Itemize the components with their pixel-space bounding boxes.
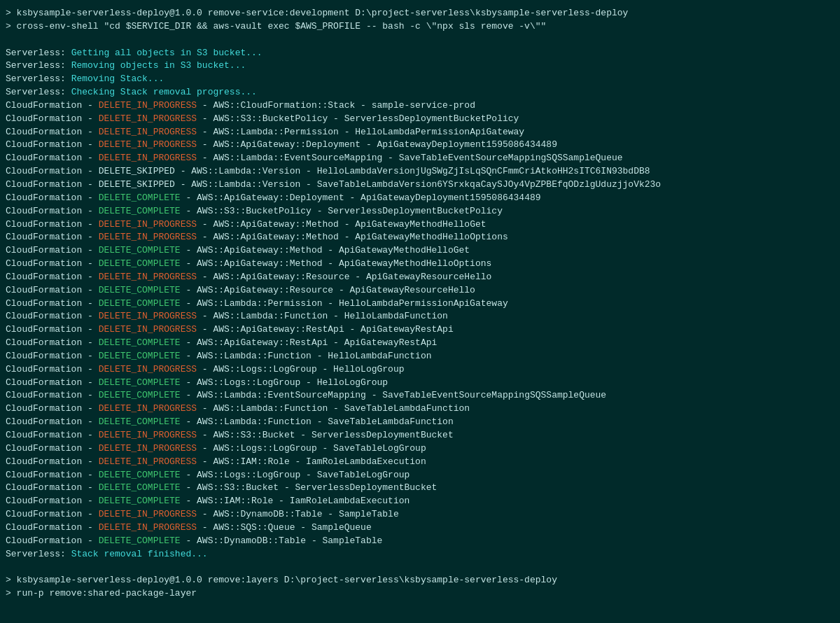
cf-rest: - AWS::Lambda::EventSourceMapping - Save…	[197, 153, 623, 163]
cf-rest: - AWS::Logs::LogGroup - SaveTableLogGrou…	[197, 443, 426, 454]
cf-label: CloudFormation -	[6, 403, 99, 414]
cf-rest: - AWS::SQS::Queue - SampleQueue	[197, 522, 372, 533]
cf-status: DELETE_IN_PROGRESS	[99, 430, 197, 440]
cf-label: CloudFormation -	[6, 337, 99, 348]
cf-status: DELETE_COMPLETE	[99, 258, 181, 269]
cf-rest: - AWS::ApiGateway::Resource - ApiGateway…	[181, 285, 475, 295]
terminal-line: Serverless: Removing Stack...	[6, 73, 834, 86]
cf-label: CloudFormation -	[6, 245, 99, 255]
cf-status: DELETE_IN_PROGRESS	[99, 153, 197, 163]
terminal-line: CloudFormation - DELETE_COMPLETE - AWS::…	[6, 244, 834, 258]
cf-rest: - AWS::Lambda::Version - HelloLambdaVers…	[175, 166, 650, 176]
cf-status: DELETE_IN_PROGRESS	[99, 100, 197, 111]
terminal-line: CloudFormation - DELETE_COMPLETE - AWS::…	[6, 416, 834, 429]
cf-label: CloudFormation -	[6, 536, 99, 546]
terminal-line: CloudFormation - DELETE_COMPLETE - AWS::…	[6, 350, 834, 363]
cf-status: DELETE_COMPLETE	[99, 496, 181, 506]
cf-rest: - AWS::Logs::LogGroup - HelloLogGroup	[197, 364, 404, 374]
cf-status: DELETE_IN_PROGRESS	[99, 219, 197, 230]
cf-status: DELETE_IN_PROGRESS	[99, 127, 197, 137]
terminal-line: CloudFormation - DELETE_IN_PROGRESS - AW…	[6, 113, 834, 126]
terminal-line: CloudFormation - DELETE_IN_PROGRESS - AW…	[6, 429, 834, 442]
cf-status: DELETE_IN_PROGRESS	[99, 311, 197, 321]
terminal-line: CloudFormation - DELETE_COMPLETE - AWS::…	[6, 389, 834, 402]
serverless-message: Getting all objects in S3 bucket...	[71, 48, 262, 58]
cf-status: DELETE_IN_PROGRESS	[99, 522, 197, 533]
serverless-message: Checking Stack removal progress...	[71, 87, 257, 97]
terminal-line: > run-p remove:shared-package-layer	[6, 587, 834, 601]
serverless-message: Removing objects in S3 bucket...	[71, 60, 246, 71]
serverless-message: Removing Stack...	[71, 74, 164, 84]
cf-rest: - AWS::DynamoDB::Table - SampleTable	[181, 536, 383, 546]
cf-label: CloudFormation -	[6, 522, 99, 533]
cf-label: CloudFormation -	[6, 470, 99, 480]
cf-label: CloudFormation -	[6, 232, 99, 242]
terminal-line: CloudFormation - DELETE_IN_PROGRESS - AW…	[6, 126, 834, 139]
terminal-line: CloudFormation - DELETE_COMPLETE - AWS::…	[6, 258, 834, 271]
terminal-output: > ksbysample-serverless-deploy@1.0.0 rem…	[6, 7, 834, 623]
cf-rest: - AWS::ApiGateway::Resource - ApiGateway…	[197, 272, 491, 282]
terminal-line: CloudFormation - DELETE_IN_PROGRESS - AW…	[6, 456, 834, 469]
terminal-line: CloudFormation - DELETE_COMPLETE - AWS::…	[6, 205, 834, 218]
cf-rest: - AWS::Lambda::EventSourceMapping - Save…	[181, 390, 607, 400]
cf-label: CloudFormation -	[6, 285, 99, 295]
cf-rest: - AWS::CloudFormation::Stack - sample-se…	[197, 100, 475, 111]
terminal-line: CloudFormation - DELETE_SKIPPED - AWS::L…	[6, 178, 834, 192]
cf-status: DELETE_COMPLETE	[99, 482, 181, 493]
cf-rest: - AWS::Lambda::Function - HelloLambdaFun…	[197, 311, 448, 321]
serverless-label: Serverless:	[6, 549, 71, 559]
cf-rest: - AWS::IAM::Role - IamRoleLambdaExecutio…	[197, 456, 426, 467]
cf-rest: - AWS::ApiGateway::RestApi - ApiGatewayR…	[197, 324, 454, 335]
terminal-line: Serverless: Getting all objects in S3 bu…	[6, 47, 834, 60]
cf-status: DELETE_COMPLETE	[99, 192, 181, 203]
prompt-text: > cross-env-shell "cd $SERVICE_DIR && aw…	[6, 21, 546, 31]
terminal-line: Serverless: Removing objects in S3 bucke…	[6, 59, 834, 73]
cf-label: CloudFormation -	[6, 179, 99, 190]
cf-label: CloudFormation -	[6, 166, 99, 176]
terminal-line: Serverless: Stack removal finished...	[6, 548, 834, 561]
cf-status: DELETE_COMPLETE	[99, 377, 181, 388]
terminal-line: CloudFormation - DELETE_COMPLETE - AWS::…	[6, 192, 834, 205]
serverless-message: Stack removal finished...	[71, 549, 208, 559]
cf-label: CloudFormation -	[6, 430, 99, 440]
cf-label: CloudFormation -	[6, 443, 99, 454]
cf-status: DELETE_SKIPPED	[99, 166, 175, 176]
cf-rest: - AWS::DynamoDB::Table - SampleTable	[197, 509, 399, 519]
cf-label: CloudFormation -	[6, 509, 99, 519]
terminal-line: CloudFormation - DELETE_COMPLETE - AWS::…	[6, 298, 834, 311]
cf-label: CloudFormation -	[6, 298, 99, 309]
cf-rest: - AWS::ApiGateway::Deployment - ApiGatew…	[197, 139, 557, 150]
terminal-line: > ksbysample-serverless-deploy@1.0.0 rem…	[6, 574, 834, 587]
terminal-line: CloudFormation - DELETE_IN_PROGRESS - AW…	[6, 152, 834, 165]
cf-status: DELETE_IN_PROGRESS	[99, 324, 197, 335]
cf-label: CloudFormation -	[6, 272, 99, 282]
cf-rest: - AWS::ApiGateway::Method - ApiGatewayMe…	[181, 245, 470, 255]
terminal-line: CloudFormation - DELETE_COMPLETE - AWS::…	[6, 495, 834, 508]
cf-label: CloudFormation -	[6, 258, 99, 269]
cf-status: DELETE_COMPLETE	[99, 285, 181, 295]
cf-label: CloudFormation -	[6, 206, 99, 216]
cf-rest: - AWS::Lambda::Function - SaveTableLambd…	[181, 416, 454, 427]
cf-rest: - AWS::S3::BucketPolicy - ServerlessDepl…	[197, 113, 519, 124]
terminal-line: CloudFormation - DELETE_IN_PROGRESS - AW…	[6, 522, 834, 535]
prompt-text: > ksbysample-serverless-deploy@1.0.0 rem…	[6, 575, 557, 585]
cf-status: DELETE_COMPLETE	[99, 351, 181, 361]
terminal-line: > cross-env-shell "cd $SERVICE_DIR && aw…	[6, 20, 834, 34]
terminal-line: CloudFormation - DELETE_IN_PROGRESS - AW…	[6, 323, 834, 337]
terminal-line: CloudFormation - DELETE_IN_PROGRESS - AW…	[6, 99, 834, 113]
cf-status: DELETE_SKIPPED	[99, 179, 175, 190]
cf-status: DELETE_COMPLETE	[99, 390, 181, 400]
cf-rest: - AWS::ApiGateway::Method - ApiGatewayMe…	[197, 219, 486, 230]
cf-label: CloudFormation -	[6, 416, 99, 427]
cf-rest: - AWS::S3::Bucket - ServerlessDeployment…	[197, 430, 454, 440]
cf-status: DELETE_COMPLETE	[99, 206, 181, 216]
serverless-label: Serverless:	[6, 74, 71, 84]
terminal-line: CloudFormation - DELETE_COMPLETE - AWS::…	[6, 469, 834, 482]
terminal-line: > ksbysample-serverless-deploy@1.0.0 rem…	[6, 7, 834, 20]
cf-label: CloudFormation -	[6, 390, 99, 400]
cf-status: DELETE_IN_PROGRESS	[99, 139, 197, 150]
cf-status: DELETE_IN_PROGRESS	[99, 456, 197, 467]
cf-label: CloudFormation -	[6, 351, 99, 361]
cf-label: CloudFormation -	[6, 219, 99, 230]
terminal-line: CloudFormation - DELETE_IN_PROGRESS - AW…	[6, 271, 834, 284]
